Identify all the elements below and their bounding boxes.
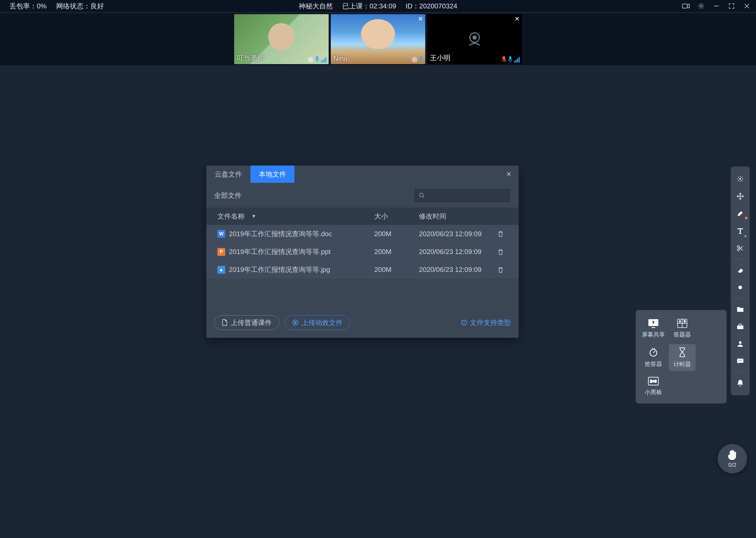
header-size[interactable]: 大小	[374, 212, 419, 221]
tool-move[interactable]	[733, 189, 748, 204]
video-name: Nina	[333, 54, 347, 63]
all-files-label: 全部文件	[214, 191, 242, 200]
tool-pointer[interactable]	[733, 172, 748, 186]
file-dialog: 云盘文件 本地文件 ✕ 全部文件 文件名称▼ 大小 修改时间 W 2019年工作…	[206, 166, 519, 338]
tab-local-files[interactable]: 本地文件	[251, 166, 295, 183]
tool-toolbox[interactable]	[733, 319, 748, 334]
top-status-bar: 丢包率：0% 网络状态：良好 神秘大自然 已上课：02:34:09 ID：202…	[0, 0, 756, 12]
video-tile-student-2[interactable]: ✕ 王小明	[427, 14, 522, 64]
supported-types-link[interactable]: 文件支持类型	[461, 318, 511, 327]
svg-line-20	[423, 196, 424, 198]
popover-buzzer[interactable]: 抢答器	[640, 344, 667, 371]
close-icon[interactable]	[743, 2, 751, 10]
mic-on-icon	[315, 56, 319, 63]
signal-bars-icon	[514, 56, 520, 63]
popover-blackboard[interactable]: 2+3 小黑板	[640, 373, 667, 400]
svg-rect-29	[737, 325, 743, 329]
delete-button[interactable]	[498, 249, 511, 255]
right-toolbar	[731, 167, 750, 395]
file-row[interactable]: P 2019年工作汇报情况查询等等.ppt 200M 2020/06/23 12…	[206, 243, 519, 261]
class-title: 神秘大自然	[299, 2, 333, 11]
packet-loss: 丢包率：0%	[10, 2, 47, 11]
popover-quiz[interactable]: AB 答题器	[669, 315, 696, 342]
document-icon	[222, 319, 228, 326]
tool-person[interactable]	[733, 337, 748, 351]
upload-normal-button[interactable]: 上传普通课件	[214, 315, 279, 330]
tool-pen[interactable]	[733, 206, 748, 221]
tool-bell[interactable]	[733, 376, 748, 390]
file-time: 2020/06/23 12:09:09	[419, 248, 498, 256]
info-icon	[461, 319, 467, 326]
file-size: 200M	[374, 248, 419, 256]
svg-rect-17	[509, 56, 511, 60]
mic-on-icon	[419, 56, 423, 63]
popover-screen-share[interactable]: 屏幕共享	[640, 315, 667, 342]
camera-toggle-icon[interactable]	[682, 2, 690, 10]
svg-point-1	[700, 5, 702, 7]
file-time: 2020/06/23 12:09:09	[419, 230, 498, 238]
tool-scissors[interactable]	[733, 241, 748, 256]
hand-icon	[727, 449, 737, 460]
dialog-close-icon[interactable]: ✕	[499, 171, 519, 178]
svg-rect-7	[316, 56, 318, 60]
svg-point-6	[309, 59, 311, 61]
network-status: 网络状态：良好	[56, 2, 104, 11]
header-name[interactable]: 文件名称▼	[217, 212, 374, 221]
svg-point-24	[464, 321, 464, 322]
video-tile-student-1[interactable]: ✕ Nina	[331, 14, 425, 64]
file-row[interactable]: W 2019年工作汇报情况查询等等.doc 200M 2020/06/23 12…	[206, 225, 519, 243]
elapsed-time: 已上课：02:34:09	[342, 2, 396, 11]
sort-desc-icon: ▼	[252, 214, 256, 219]
svg-text:B: B	[684, 320, 685, 323]
search-icon	[419, 192, 425, 198]
file-row[interactable]: ▲ 2019年工作汇报情况查询等等.jpg 200M 2020/06/23 12…	[206, 261, 519, 279]
session-id: ID：2020070324	[405, 2, 457, 11]
file-name: 2019年工作汇报情况查询等等.doc	[229, 229, 332, 239]
file-list-header: 文件名称▼ 大小 修改时间	[206, 207, 519, 225]
fullscreen-icon[interactable]	[728, 2, 735, 10]
tool-eraser[interactable]	[733, 263, 748, 277]
camera-on-icon	[412, 57, 417, 63]
mic-off-icon	[501, 56, 507, 63]
tool-color[interactable]	[733, 280, 748, 295]
tool-text[interactable]	[733, 224, 748, 238]
dialog-tabs: 云盘文件 本地文件 ✕	[206, 166, 519, 183]
upload-animated-button[interactable]: 上传动效文件	[285, 315, 350, 330]
tool-chat[interactable]	[733, 354, 748, 369]
settings-icon[interactable]	[697, 2, 705, 10]
video-name: 王小明	[430, 53, 450, 63]
toolbox-popover: 屏幕共享 AB 答题器 抢答器 计时器 2+3 小黑板	[636, 310, 727, 404]
tab-cloud-files[interactable]: 云盘文件	[206, 166, 251, 183]
hand-raise-fab[interactable]: 0/2	[718, 444, 747, 473]
svg-rect-11	[420, 56, 422, 60]
video-tile-teacher[interactable]: 叮当老师	[234, 14, 329, 64]
camera-off-placeholder-icon	[464, 28, 485, 50]
delete-button[interactable]	[498, 231, 511, 237]
svg-point-30	[739, 341, 741, 344]
trash-icon	[498, 249, 503, 255]
svg-point-10	[413, 59, 415, 61]
hand-raise-count: 0/2	[729, 461, 736, 468]
tile-close-icon[interactable]: ✕	[418, 15, 423, 23]
svg-point-25	[740, 178, 741, 180]
popover-timer[interactable]: 计时器	[669, 344, 696, 371]
header-time[interactable]: 修改时间	[419, 212, 498, 221]
svg-text:A: A	[679, 320, 681, 323]
delete-button[interactable]	[498, 267, 511, 273]
svg-point-19	[419, 193, 423, 197]
video-strip: 叮当老师 ✕ Nina ✕ 王小明	[0, 13, 756, 65]
video-name: 叮当老师	[237, 53, 264, 63]
file-type-icon: P	[217, 248, 225, 256]
svg-point-32	[739, 360, 739, 361]
tool-folder[interactable]	[733, 302, 748, 317]
svg-point-14	[473, 35, 477, 40]
search-input[interactable]	[414, 188, 511, 203]
play-circle-icon	[292, 319, 299, 326]
tile-close-icon[interactable]: ✕	[514, 15, 520, 23]
file-size: 200M	[374, 230, 419, 238]
mic-on-icon	[508, 56, 512, 63]
file-size: 200M	[374, 266, 419, 274]
trash-icon	[498, 231, 503, 237]
minimize-icon[interactable]	[712, 2, 720, 10]
svg-point-28	[738, 286, 742, 289]
